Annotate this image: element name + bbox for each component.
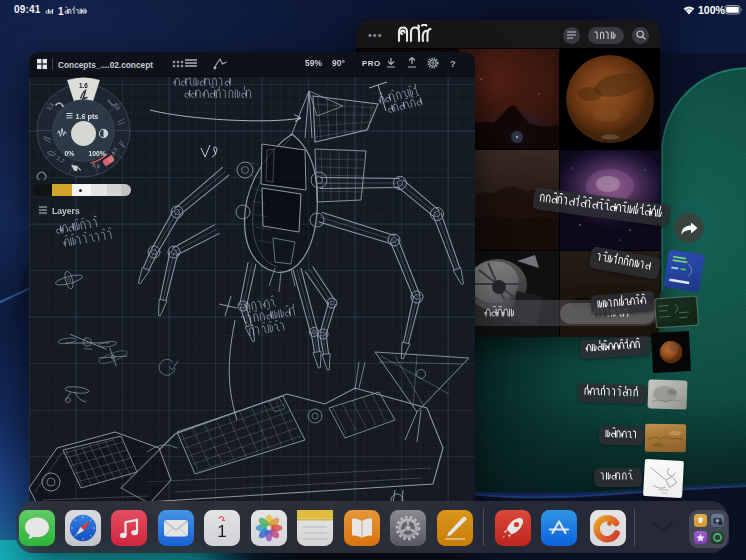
svg-text:?: ? (450, 58, 456, 69)
svg-text:1: 1 (58, 6, 64, 17)
svg-text:100%: 100% (89, 150, 106, 157)
svg-text:100%: 100% (698, 4, 726, 16)
svg-text:0%: 0% (65, 150, 75, 157)
svg-text:Layers: Layers (52, 206, 80, 216)
svg-text:1.6 pts: 1.6 pts (76, 112, 99, 121)
svg-text:1.6: 1.6 (79, 82, 88, 89)
svg-text:Concepts_....02.concept: Concepts_....02.concept (58, 60, 153, 70)
